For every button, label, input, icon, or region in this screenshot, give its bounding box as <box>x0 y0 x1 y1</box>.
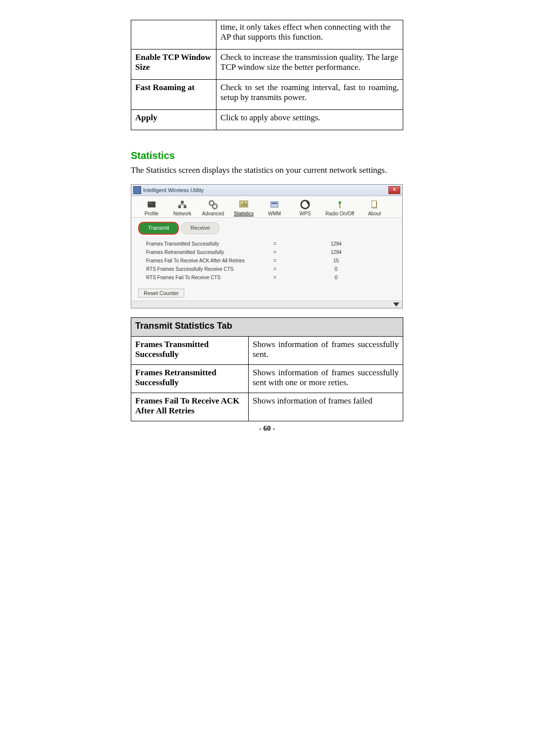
statistics-subtabs: Transmit Receive <box>131 222 402 235</box>
about-icon <box>369 199 380 210</box>
def-row-desc: Check to set the roaming interval, fast … <box>216 80 403 110</box>
toolbar-wps[interactable]: WPS <box>290 199 321 216</box>
def-row-label: Apply <box>131 110 216 130</box>
stat-row: Frames Retransmitted Successfully = 1294 <box>146 248 387 256</box>
stat-eq: = <box>265 275 285 280</box>
toolbar-label: WMM <box>259 211 290 216</box>
toolbar-label: WPS <box>290 211 321 216</box>
def-row-label <box>131 20 216 50</box>
svg-rect-1 <box>149 202 153 203</box>
stats-row-desc: Shows information of frames successfully… <box>249 337 403 365</box>
toolbar-about[interactable]: About <box>359 199 390 216</box>
window-controls: ✕ <box>388 186 400 194</box>
statistics-icon <box>238 199 249 210</box>
section-heading-statistics: Statistics <box>131 150 403 161</box>
toolbar-label: Network <box>167 211 198 216</box>
network-icon <box>177 199 188 210</box>
svg-rect-10 <box>246 203 247 206</box>
svg-rect-8 <box>241 204 243 206</box>
svg-rect-4 <box>181 201 184 204</box>
def-row-desc: Check to increase the transmission quali… <box>216 50 403 80</box>
wps-icon <box>300 199 311 210</box>
main-toolbar: Profile Network Advanced <box>131 196 402 218</box>
toolbar-label: Statistics <box>228 211 259 216</box>
window-title: Intelligent Wireless Utility <box>143 187 204 193</box>
toolbar-advanced[interactable]: Advanced <box>198 199 228 216</box>
radio-icon <box>334 199 345 210</box>
stat-eq: = <box>265 250 285 255</box>
wmm-icon <box>269 199 280 210</box>
tab-receive[interactable]: Receive <box>181 222 219 234</box>
toolbar-profile[interactable]: Profile <box>136 199 167 216</box>
statistics-body: Frames Transmitted Successfully = 1294 F… <box>131 235 402 284</box>
toolbar-network[interactable]: Network <box>167 199 198 216</box>
svg-rect-14 <box>339 204 340 208</box>
stat-row: Frames Fail To Receive ACK After All Ret… <box>146 256 387 265</box>
stat-label: RTS Frames Fail To Receive CTS <box>146 275 265 280</box>
def-row-desc: Click to apply above settings. <box>216 110 403 130</box>
stat-row: Frames Transmitted Successfully = 1294 <box>146 240 387 248</box>
toolbar-label: Radio On/Off <box>321 211 359 216</box>
stat-label: RTS Frames Successfully Receive CTS <box>146 266 265 272</box>
stat-label: Frames Transmitted Successfully <box>146 241 265 247</box>
transmit-statistics-table: Transmit Statistics Tab Frames Transmitt… <box>131 317 403 421</box>
stats-row-desc: Shows information of frames failed <box>249 393 403 421</box>
svg-rect-12 <box>272 202 277 204</box>
toolbar-radio[interactable]: Radio On/Off <box>321 199 359 216</box>
toolbar-label: About <box>359 211 390 216</box>
stat-value: 0 <box>285 266 387 272</box>
tab-transmit[interactable]: Transmit <box>138 222 179 235</box>
stats-row-desc: Shows information of frames successfully… <box>249 365 403 393</box>
reset-counter-button[interactable]: Reset Counter <box>138 289 184 298</box>
page-number: - 60 - <box>131 424 403 433</box>
stat-label: Frames Retransmitted Successfully <box>146 250 265 255</box>
svg-rect-0 <box>148 202 156 207</box>
advanced-icon <box>208 199 218 210</box>
svg-rect-9 <box>243 202 245 206</box>
def-row-label: Enable TCP Window Size <box>131 50 216 80</box>
stat-value: 15 <box>285 258 387 263</box>
stat-eq: = <box>265 258 285 263</box>
stat-label: Frames Fail To Receive ACK After All Ret… <box>146 258 265 263</box>
window-close-button[interactable]: ✕ <box>388 186 400 194</box>
toolbar-wmm[interactable]: WMM <box>259 199 290 216</box>
stat-row: RTS Frames Successfully Receive CTS = 0 <box>146 265 387 273</box>
def-row-label: Fast Roaming at <box>131 80 216 110</box>
svg-point-6 <box>213 204 217 208</box>
stat-eq: = <box>265 241 285 247</box>
stat-eq: = <box>265 266 285 272</box>
app-icon <box>133 186 141 194</box>
stat-value: 0 <box>285 275 387 280</box>
stat-row: RTS Frames Fail To Receive CTS = 0 <box>146 273 387 282</box>
svg-rect-2 <box>178 205 181 208</box>
stats-row-label: Frames Transmitted Successfully <box>131 337 249 365</box>
section-intro: The Statistics screen displays the stati… <box>131 165 403 175</box>
def-row-desc: time, it only takes effect when connecti… <box>216 20 403 50</box>
toolbar-statistics[interactable]: Statistics <box>228 199 259 216</box>
svg-rect-11 <box>271 202 278 207</box>
profile-icon <box>146 199 157 210</box>
window-footer <box>131 301 402 308</box>
stats-row-label: Frames Fail To Receive ACK After All Ret… <box>131 393 249 421</box>
svg-rect-3 <box>184 205 187 208</box>
statistics-app-window: Intelligent Wireless Utility ✕ Profile <box>131 184 403 308</box>
svg-point-13 <box>338 202 341 204</box>
stat-value: 1294 <box>285 241 387 247</box>
toolbar-label: Profile <box>136 211 167 216</box>
settings-definition-table: time, it only takes effect when connecti… <box>131 20 403 130</box>
toolbar-label: Advanced <box>198 211 228 216</box>
stats-row-label: Frames Retransmitted Successfully <box>131 365 249 393</box>
stats-table-header: Transmit Statistics Tab <box>131 318 403 337</box>
stat-value: 1294 <box>285 250 387 255</box>
expand-down-icon[interactable] <box>393 302 399 306</box>
svg-rect-16 <box>372 201 376 207</box>
window-titlebar: Intelligent Wireless Utility ✕ <box>131 185 402 196</box>
